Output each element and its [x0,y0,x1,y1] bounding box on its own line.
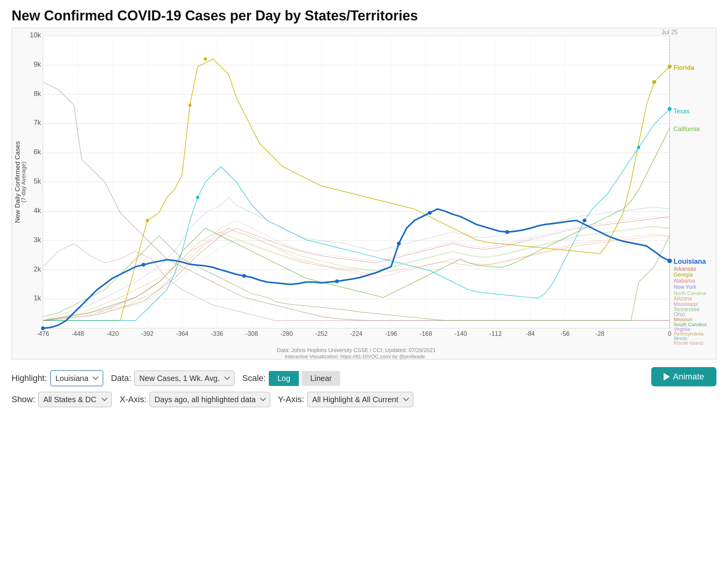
highlight-label: Highlight: [12,373,47,383]
svg-text:-280: -280 [280,330,293,337]
svg-text:Louisiana: Louisiana [674,258,706,265]
svg-point-79 [667,259,672,263]
scale-linear-button[interactable]: Linear [302,371,340,386]
animate-button[interactable]: Animate [651,367,716,386]
svg-text:Florida: Florida [674,64,694,71]
yaxis-select[interactable]: All Highlight & All Current Current Only… [307,392,413,407]
svg-text:-168: -168 [420,330,432,337]
svg-point-75 [397,242,401,246]
svg-text:-448: -448 [71,330,84,337]
svg-text:3k: 3k [34,236,41,244]
scale-group: Scale: Log Linear [242,371,340,386]
svg-text:Rhode Island: Rhode Island [674,340,703,346]
svg-point-67 [668,65,672,69]
data-group: Data: New Cases, 1 Wk. Avg. New Cases To… [111,371,235,386]
svg-text:-336: -336 [211,330,223,337]
svg-text:-392: -392 [141,330,153,337]
scale-log-button[interactable]: Log [269,371,298,386]
show-group: Show: All States & DC Top 10 States Sele… [12,392,112,407]
svg-text:8k: 8k [34,90,41,98]
svg-text:-252: -252 [315,330,328,337]
animate-section: Animate [651,363,716,386]
svg-text:-28: -28 [595,330,604,337]
svg-text:-140: -140 [455,330,467,337]
controls-row-1: Highlight: Louisiana Florida California … [12,370,651,386]
svg-point-74 [335,279,339,283]
svg-text:-56: -56 [561,330,570,337]
svg-text:1k: 1k [34,294,41,302]
svg-text:5k: 5k [34,177,41,185]
svg-text:Arizona: Arizona [674,295,692,302]
svg-text:Arkansas: Arkansas [674,266,696,272]
xaxis-group: X-Axis: Days ago, all highlighted data C… [120,392,270,407]
main-container: New Confirmed COVID-19 Cases per Day by … [0,0,728,415]
svg-text:Data: Johns Hopkins University: Data: Johns Hopkins University CSSE / CC… [277,347,436,353]
xaxis-label: X-Axis: [120,394,147,404]
svg-text:9k: 9k [34,61,41,68]
svg-text:4k: 4k [34,207,41,214]
svg-text:New York: New York [674,284,697,290]
svg-point-76 [428,211,432,215]
highlight-group: Highlight: Louisiana Florida California … [12,370,103,386]
svg-point-65 [146,219,149,222]
svg-text:Alabama: Alabama [674,278,695,284]
play-icon [664,373,670,381]
svg-text:2k: 2k [34,265,41,273]
svg-point-77 [505,230,509,234]
svg-point-71 [41,326,45,330]
xaxis-select[interactable]: Days ago, all highlighted data Calendar … [150,392,270,407]
svg-text:Interactive Visualization: htt: Interactive Visualization: https://91-DI… [285,354,428,359]
data-select[interactable]: New Cases, 1 Wk. Avg. New Cases Total Ca… [134,371,234,386]
bottom-controls: Highlight: Louisiana Florida California … [12,363,716,407]
yaxis-group: Y-Axis: All Highlight & All Current Curr… [278,392,413,407]
data-label: Data: [111,373,131,383]
show-select[interactable]: All States & DC Top 10 States Selected S… [38,392,112,407]
svg-point-78 [583,219,586,222]
svg-text:-224: -224 [350,330,362,337]
svg-text:-112: -112 [489,330,502,337]
chart-svg: 1k 2k 3k 4k 5k 6k 7k 8k 9k 10k -476 -448… [12,28,716,359]
svg-point-68 [196,196,199,199]
controls-row-2: Show: All States & DC Top 10 States Sele… [12,392,651,407]
svg-text:7k: 7k [34,119,41,126]
svg-text:10k: 10k [30,31,41,39]
show-label: Show: [12,394,35,404]
svg-point-72 [142,263,145,267]
svg-point-63 [204,57,207,61]
yaxis-label: Y-Axis: [278,394,304,404]
highlight-select[interactable]: Louisiana Florida California Texas New Y… [50,370,103,386]
svg-text:-420: -420 [106,330,119,337]
svg-text:Georgia: Georgia [674,272,693,278]
svg-text:-196: -196 [385,330,397,337]
page-title: New Confirmed COVID-19 Cases per Day by … [12,8,716,24]
chart-area: 1k 2k 3k 4k 5k 6k 7k 8k 9k 10k -476 -448… [12,28,716,359]
svg-text:-364: -364 [176,330,188,337]
svg-point-66 [652,80,656,84]
svg-text:(7-day Average): (7-day Average) [20,162,27,202]
svg-text:-308: -308 [246,330,258,337]
svg-point-69 [668,107,672,111]
svg-text:Texas: Texas [674,108,690,115]
svg-text:-84: -84 [526,330,535,337]
svg-point-70 [637,146,640,149]
svg-text:0: 0 [668,330,671,337]
svg-text:Jul 25: Jul 25 [661,29,678,35]
svg-point-73 [242,274,246,278]
animate-label: Animate [673,372,704,382]
svg-text:California: California [674,126,700,132]
svg-text:6k: 6k [34,148,41,156]
scale-label: Scale: [242,373,266,383]
svg-point-64 [189,104,192,107]
svg-text:-476: -476 [37,330,49,337]
